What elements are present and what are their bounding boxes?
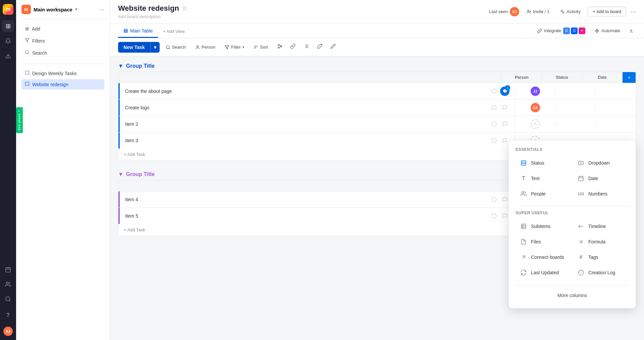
nav-people-icon[interactable]	[2, 278, 14, 290]
comment-icon[interactable]	[500, 136, 509, 145]
brush-toolbar-button[interactable]	[314, 42, 325, 53]
person-cell[interactable]: SJ	[515, 100, 555, 115]
creation-log-column-option[interactable]: Creation Log	[573, 266, 629, 280]
filter-toolbar-button[interactable]: Filter ▾	[221, 42, 248, 52]
task-name[interactable]: Item 5	[125, 213, 138, 219]
nav-search-icon[interactable]	[2, 293, 14, 305]
group-2-arrow-icon[interactable]: ▼	[118, 171, 123, 177]
status-cell[interactable]	[555, 105, 595, 110]
date-cell[interactable]	[595, 121, 636, 127]
group-1-header: ▼ Group Title	[118, 63, 636, 69]
nav-help-icon[interactable]: ?	[2, 309, 14, 321]
numbers-column-option[interactable]: 123 Numbers	[573, 187, 629, 201]
subitems-column-option[interactable]: Subitems	[516, 219, 572, 233]
add-column-button-1[interactable]: +	[622, 72, 636, 83]
task-check-icon[interactable]	[489, 195, 499, 204]
nav-calendar-icon[interactable]	[2, 264, 14, 276]
formula-column-option[interactable]: ✕ Formula	[573, 235, 629, 249]
see-plans-badge[interactable]: See plans +	[16, 107, 23, 133]
other-integration-icon: ✦	[579, 27, 585, 34]
sidebar-item-website-redesign[interactable]: Website redesign	[21, 79, 104, 90]
new-task-label[interactable]: New Task	[118, 42, 151, 53]
user-avatar[interactable]: SJ	[3, 327, 13, 336]
person-cell[interactable]: JJ	[515, 84, 555, 99]
add-to-board-button[interactable]: + Add to board	[588, 7, 626, 16]
sidebar-item-design-weekly[interactable]: Design Weekly Tasks	[21, 68, 104, 78]
date-column-option[interactable]: Date	[573, 171, 629, 185]
task-name[interactable]: Create the about page	[125, 89, 172, 94]
board-star-icon[interactable]: ☆	[182, 5, 187, 12]
status-cell[interactable]	[555, 89, 595, 94]
sidebar-more-options[interactable]: ···	[99, 6, 104, 13]
invite-button[interactable]: Invite / 1	[523, 7, 553, 16]
comment-icon[interactable]	[500, 211, 509, 221]
automate-button[interactable]: Automate	[591, 26, 624, 35]
new-task-dropdown-arrow[interactable]: ▾	[151, 42, 160, 53]
task-icons: 💬 1	[489, 87, 509, 96]
link-toolbar-button[interactable]	[287, 42, 298, 53]
task-check-icon[interactable]	[489, 87, 499, 96]
search-toolbar-button[interactable]: Search	[162, 42, 189, 52]
activity-button[interactable]: Activity	[557, 7, 584, 16]
sort-toolbar-button[interactable]: Sort	[250, 42, 271, 52]
board-title-text: Website redesign	[118, 4, 179, 13]
edit-toolbar-button[interactable]	[328, 42, 338, 53]
connect-toolbar-button[interactable]	[274, 42, 285, 53]
add-action-item[interactable]: ⊕ Add	[21, 23, 104, 34]
people-column-option[interactable]: People	[516, 187, 572, 201]
group-1-title[interactable]: Group Title	[126, 63, 155, 69]
nav-download-icon[interactable]	[2, 50, 14, 62]
add-view-button[interactable]: + Add View	[158, 24, 189, 37]
settings-toolbar-button[interactable]	[301, 42, 312, 53]
workspace-selector[interactable]: M Main workspace ▾	[21, 5, 77, 14]
status-column-option[interactable]: Status	[516, 156, 572, 170]
task-cell: Item 5	[118, 208, 515, 224]
integrate-button[interactable]: Integrate G D ✦	[534, 25, 589, 36]
dropdown-column-option[interactable]: Dropdown	[573, 156, 629, 170]
tags-column-option[interactable]: # Tags	[573, 250, 629, 264]
nav-bell-icon[interactable]	[2, 35, 14, 47]
task-check-icon[interactable]	[489, 103, 499, 112]
comment-icon[interactable]	[500, 195, 509, 204]
comment-icon-wrapper[interactable]: 💬 1	[500, 87, 509, 96]
last-updated-column-option[interactable]: Last Updated	[516, 266, 572, 280]
more-columns-button[interactable]: More columns	[516, 289, 629, 301]
group-1-arrow-icon[interactable]: ▼	[118, 63, 123, 69]
group-2-title[interactable]: Group Title	[126, 171, 155, 177]
status-cell[interactable]	[555, 121, 595, 127]
filter-toolbar-icon	[225, 45, 229, 50]
filters-label: Filters	[32, 38, 45, 44]
svg-line-10	[28, 53, 29, 54]
nav-home-icon[interactable]: ⊞	[2, 20, 14, 32]
text-column-option[interactable]: T Text	[516, 171, 572, 185]
header-more-options[interactable]: ···	[630, 8, 636, 15]
task-check-icon[interactable]	[489, 211, 499, 221]
svg-point-30	[278, 44, 279, 46]
timeline-column-option[interactable]: Timeline	[573, 219, 629, 233]
comment-badge: 1	[505, 85, 510, 91]
task-icons	[489, 103, 509, 112]
files-column-option[interactable]: Files	[516, 235, 572, 249]
person-toolbar-button[interactable]: Person	[192, 42, 219, 52]
filters-action-item[interactable]: Filters	[21, 36, 104, 46]
board-subtitle[interactable]: Add board description	[118, 14, 187, 19]
date-cell[interactable]	[595, 105, 636, 110]
activity-label: Activity	[567, 9, 580, 14]
filter-chevron-icon: ▾	[243, 45, 244, 49]
comment-icon[interactable]	[500, 103, 509, 112]
search-action-item[interactable]: Search	[21, 48, 104, 58]
new-task-button[interactable]: New Task ▾	[118, 42, 160, 53]
connect-boards-column-option[interactable]: Connect boards	[516, 250, 572, 264]
comment-icon[interactable]	[500, 119, 509, 129]
task-name[interactable]: Create logo	[125, 105, 149, 110]
task-name[interactable]: Item 4	[125, 197, 138, 202]
task-check-icon[interactable]	[489, 136, 499, 145]
status-column-label: Status	[531, 160, 544, 166]
date-cell[interactable]	[595, 89, 636, 94]
task-name[interactable]: Item 2	[125, 121, 138, 127]
collapse-button[interactable]: ∧	[626, 26, 636, 36]
tab-main-table[interactable]: Main Table	[118, 23, 158, 38]
person-cell[interactable]	[515, 117, 555, 131]
task-check-icon[interactable]	[489, 119, 499, 129]
task-name[interactable]: Item 3	[125, 138, 138, 143]
